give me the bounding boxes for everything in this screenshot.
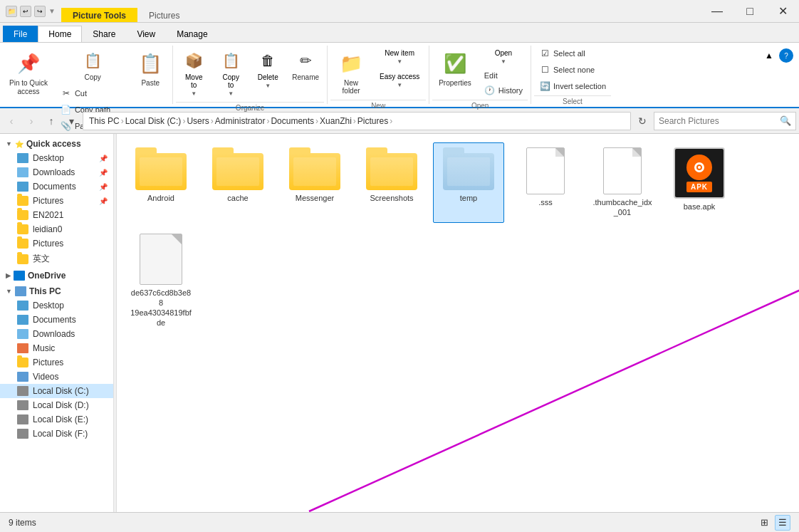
up-button[interactable]: ↑	[43, 113, 60, 130]
select-none-button[interactable]: ☐ Select none	[534, 62, 611, 78]
sidebar-item-documents[interactable]: Documents 📌	[0, 179, 113, 194]
tab-file[interactable]: File	[3, 26, 38, 42]
pin-to-quick-access-button[interactable]: 📌 Pin to Quickaccess	[3, 46, 54, 100]
history-button[interactable]: 🕐 History	[479, 83, 528, 98]
details-view-button[interactable]: ☰	[775, 515, 790, 531]
minimize-button[interactable]: —	[701, 0, 733, 23]
path-xuanzhi[interactable]: XuanZhi	[320, 116, 352, 126]
sidebar-item-pictures-folder[interactable]: Pictures	[0, 236, 113, 251]
file-item-android[interactable]: Android	[125, 142, 197, 223]
sidebar-item-en2021[interactable]: EN2021	[0, 208, 113, 222]
sidebar-item-thispc-music[interactable]: Music	[0, 341, 113, 355]
rename-icon: ✏	[294, 49, 317, 72]
quick-access-dropdown[interactable]: ▼	[48, 7, 56, 15]
cache-folder-body	[212, 153, 263, 190]
sidebar-item-thispc-pictures[interactable]: Pictures	[0, 355, 113, 370]
maximize-button[interactable]: □	[733, 0, 766, 23]
file-item-messenger[interactable]: Messenger	[279, 142, 350, 223]
leidian0-folder-icon	[17, 224, 28, 234]
thispc-icon	[15, 286, 26, 296]
file-item-thumbcache[interactable]: .thumbcache_idx_001	[587, 142, 658, 223]
android-folder-inner	[140, 157, 182, 186]
sss-file-icon	[526, 147, 565, 194]
new-item-button[interactable]: New item ▼	[373, 46, 426, 68]
title-bar: 📁 ↩ ↪ ▼ Picture Tools Pictures — □ ✕	[0, 0, 799, 23]
path-localdisk[interactable]: Local Disk (C:)	[125, 116, 182, 126]
path-users[interactable]: Users	[187, 116, 209, 126]
sidebar-item-thispc-desktop[interactable]: Desktop	[0, 298, 113, 313]
recent-locations-button[interactable]: ▾	[63, 113, 80, 130]
large-icons-view-button[interactable]: ⊞	[756, 515, 772, 531]
file-item-cache[interactable]: cache	[202, 142, 273, 223]
path-pictures[interactable]: Pictures	[357, 116, 388, 126]
sidebar-item-drive-f[interactable]: Local Disk (F:)	[0, 427, 113, 441]
tab-manage[interactable]: Manage	[166, 26, 218, 42]
invert-selection-button[interactable]: 🔄 Invert selection	[534, 78, 611, 94]
tab-home[interactable]: Home	[38, 26, 82, 42]
quick-access-label: Quick access	[26, 139, 81, 149]
cut-button[interactable]: ✂ Cut	[56, 85, 130, 101]
quick-access-icon-3[interactable]: ↪	[34, 6, 46, 17]
path-thispc[interactable]: This PC	[89, 116, 120, 126]
sidebar-item-leidian0[interactable]: leidian0	[0, 222, 113, 236]
tab-view[interactable]: View	[126, 26, 166, 42]
back-button[interactable]: ‹	[3, 113, 20, 130]
easy-access-button[interactable]: Easy access ▼	[373, 69, 426, 92]
file-item-screenshots[interactable]: Screenshots	[356, 142, 427, 223]
desktop-folder-icon	[17, 153, 28, 163]
copy-to-button[interactable]: 📋 Copyto ▼	[213, 46, 249, 100]
cache-folder-inner	[216, 157, 259, 186]
properties-button[interactable]: ✅ Properties	[432, 46, 478, 90]
search-box[interactable]: 🔍	[654, 112, 796, 130]
quick-access-icon-2[interactable]: ↩	[20, 6, 31, 17]
open-button[interactable]: Open ▼	[479, 46, 528, 68]
forward-button[interactable]: ›	[23, 113, 40, 130]
sidebar-item-pictures-folder-label: Pictures	[33, 239, 63, 249]
new-folder-button[interactable]: 📁 Newfolder	[330, 46, 372, 98]
sidebar-item-thispc-documents[interactable]: Documents	[0, 313, 113, 327]
quick-access-icon-1[interactable]: 📁	[6, 6, 17, 17]
screenshots-folder-body	[366, 153, 417, 190]
move-to-button[interactable]: 📦 Moveto ▼	[176, 46, 212, 100]
sidebar-item-thispc-downloads[interactable]: Downloads	[0, 327, 113, 341]
file-item-apk[interactable]: APK base.apk	[664, 142, 735, 223]
sidebar-item-english[interactable]: 英文	[0, 251, 113, 267]
copy-button[interactable]: 📋 Copy	[56, 46, 130, 85]
copy-icon: 📋	[81, 49, 104, 72]
tab-share[interactable]: Share	[82, 26, 126, 42]
sidebar-item-thispc-videos[interactable]: Videos	[0, 370, 113, 384]
sidebar-item-downloads[interactable]: Downloads 📌	[0, 165, 113, 179]
pictures-qa-folder-icon	[17, 196, 28, 206]
file-item-longname[interactable]: de637c6cd8b3e8819ea43034819fbfde	[125, 229, 197, 333]
delete-button[interactable]: 🗑 Delete ▼	[250, 46, 286, 93]
search-icon[interactable]: 🔍	[780, 115, 791, 126]
sidebar-item-desktop-label: Desktop	[33, 153, 64, 163]
sidebar-item-drive-c[interactable]: Local Disk (C:)	[0, 384, 113, 398]
sidebar-item-drive-d[interactable]: Local Disk (D:)	[0, 398, 113, 412]
select-all-button[interactable]: ☑ Select all	[534, 46, 611, 61]
path-administrator[interactable]: Administrator	[215, 116, 266, 126]
file-item-temp[interactable]: temp	[433, 142, 504, 223]
sidebar-item-desktop[interactable]: Desktop 📌	[0, 151, 113, 165]
sidebar-item-pictures-qa[interactable]: Pictures 📌	[0, 194, 113, 208]
rename-button[interactable]: ✏ Rename	[287, 46, 324, 85]
onedrive-chevron: ▶	[6, 272, 11, 279]
cache-file-name: cache	[227, 193, 248, 203]
sidebar-item-drive-e[interactable]: Local Disk (E:)	[0, 412, 113, 427]
search-input[interactable]	[659, 116, 777, 126]
thispc-header[interactable]: ▼ This PC	[0, 284, 113, 298]
onedrive-header[interactable]: ▶ OneDrive	[0, 268, 113, 283]
quick-access-header[interactable]: ▼ ⭐ Quick access	[0, 137, 113, 151]
file-item-sss[interactable]: .sss	[510, 142, 581, 223]
help-button[interactable]: ?	[779, 48, 793, 63]
edit-button[interactable]: Edit	[479, 69, 528, 82]
close-button[interactable]: ✕	[766, 0, 799, 23]
ribbon-group-open: ✅ Properties Open ▼ Edit 🕐 History Open	[429, 46, 531, 104]
paste-button[interactable]: 📋 Paste	[131, 46, 169, 90]
star-icon: ⭐	[15, 140, 24, 148]
path-documents[interactable]: Documents	[271, 116, 314, 126]
thispc-label: This PC	[29, 286, 61, 296]
ribbon-expand-icon[interactable]: ▲	[762, 48, 776, 63]
refresh-button[interactable]: ↻	[634, 113, 651, 130]
address-path[interactable]: This PC › Local Disk (C:) › Users › Admi…	[83, 112, 631, 130]
